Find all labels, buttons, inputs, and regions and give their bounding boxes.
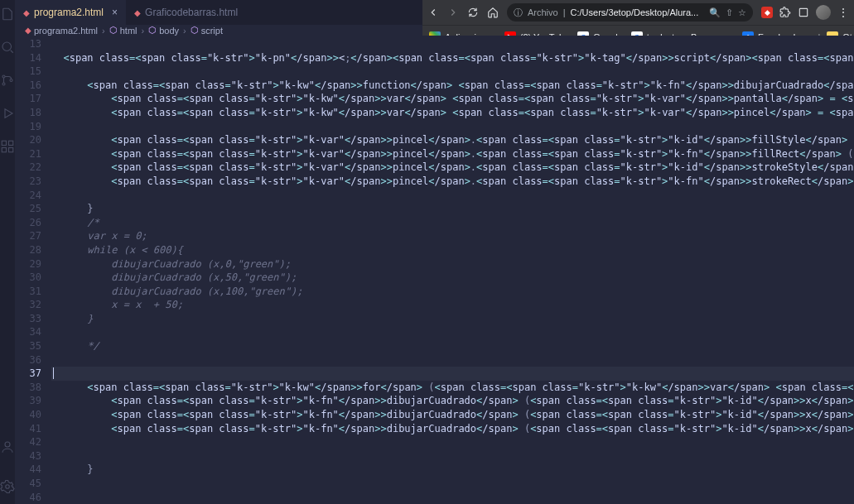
forward-button[interactable] bbox=[447, 7, 459, 18]
tab-label: programa2.html bbox=[34, 7, 104, 18]
zoom-icon[interactable]: 🔍 bbox=[709, 7, 721, 18]
settings-icon[interactable] bbox=[0, 479, 15, 497]
chrome-toolbar: ⓘ Archivo | C:/Users/3etop/Desktop/Alura… bbox=[422, 0, 854, 25]
url-scheme: Archivo bbox=[528, 7, 558, 17]
share-icon[interactable]: ⇧ bbox=[726, 7, 733, 18]
svg-rect-11 bbox=[799, 8, 807, 16]
bc-sym-icon: ⬡ bbox=[109, 25, 118, 36]
chevron-right-icon: › bbox=[142, 26, 145, 36]
activity-bar: 10K bbox=[0, 0, 15, 504]
bc-sym-icon: ⬡ bbox=[191, 25, 199, 36]
bc-script: script bbox=[201, 26, 223, 36]
search-icon[interactable] bbox=[0, 40, 15, 58]
bc-body: body bbox=[159, 26, 179, 36]
svg-point-8 bbox=[5, 442, 10, 447]
source-control-icon[interactable]: 10K bbox=[0, 73, 15, 91]
extension-icons: ◆ ⋮ bbox=[761, 5, 849, 20]
svg-point-1 bbox=[2, 75, 5, 78]
window-icon[interactable] bbox=[798, 7, 809, 18]
bookmark-star-icon[interactable]: ☆ bbox=[738, 7, 746, 18]
ext-adblock-icon[interactable]: ◆ bbox=[761, 7, 773, 18]
svg-point-2 bbox=[2, 83, 5, 85]
extensions-icon[interactable] bbox=[0, 139, 15, 157]
svg-rect-6 bbox=[2, 148, 6, 152]
explorer-icon[interactable] bbox=[0, 7, 15, 25]
svg-point-3 bbox=[10, 79, 12, 82]
code-editor[interactable]: 1314151617181920212223242526272829303132… bbox=[15, 36, 854, 504]
tab-graficodebarras[interactable]: ◆ Graficodebarras.html bbox=[126, 0, 246, 25]
html-file-icon: ◆ bbox=[134, 8, 141, 17]
tab-programa2[interactable]: ◆ programa2.html × bbox=[15, 0, 126, 25]
vscode-window: 10K ◆ programa2.html × ◆ Graficodebarras… bbox=[0, 0, 422, 504]
editor-area: ◆ programa2.html × ◆ Graficodebarras.htm… bbox=[15, 0, 854, 504]
menu-icon[interactable]: ⋮ bbox=[837, 6, 849, 19]
accounts-icon[interactable] bbox=[0, 439, 15, 458]
bc-sym-icon: ⬡ bbox=[148, 25, 157, 36]
code-content[interactable]: <span class=<span class="k-str">"k-pn"</… bbox=[51, 36, 854, 504]
bc-html: html bbox=[120, 26, 138, 36]
svg-rect-4 bbox=[2, 141, 6, 145]
svg-rect-7 bbox=[9, 148, 13, 152]
line-gutter: 1314151617181920212223242526272829303132… bbox=[15, 36, 51, 504]
url-path: C:/Users/3etop/Desktop/Alura... bbox=[571, 7, 699, 17]
back-button[interactable] bbox=[427, 7, 439, 18]
extensions-puzzle-icon[interactable] bbox=[779, 7, 791, 18]
run-debug-icon[interactable] bbox=[0, 106, 15, 124]
html-file-icon: ◆ bbox=[25, 26, 31, 35]
reload-button[interactable] bbox=[467, 7, 479, 18]
info-icon: ⓘ bbox=[514, 7, 523, 19]
tab-label: Graficodebarras.html bbox=[145, 7, 238, 18]
bc-file: programa2.html bbox=[34, 26, 98, 36]
svg-point-0 bbox=[2, 42, 12, 51]
svg-point-9 bbox=[6, 485, 10, 489]
svg-rect-5 bbox=[9, 141, 13, 145]
omnibox[interactable]: ⓘ Archivo | C:/Users/3etop/Desktop/Alura… bbox=[507, 3, 753, 22]
close-icon[interactable]: × bbox=[112, 7, 118, 18]
chevron-right-icon: › bbox=[102, 26, 105, 36]
chevron-right-icon: › bbox=[183, 26, 186, 36]
html-file-icon: ◆ bbox=[23, 8, 30, 17]
profile-avatar[interactable] bbox=[816, 5, 831, 20]
home-button[interactable] bbox=[487, 7, 499, 18]
